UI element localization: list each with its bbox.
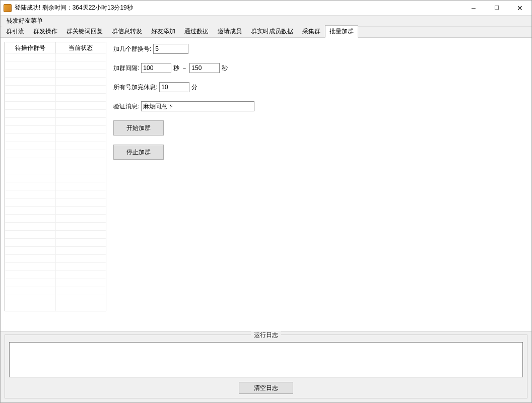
- window-title: 登陆成功! 剩余时间：364天22小时13分19秒: [15, 4, 462, 12]
- table-row: [5, 150, 106, 158]
- tabs-bar: 群引流 群发操作 群关键词回复 群信息转发 好友添加 通过数据 邀请成员 群实时…: [1, 27, 531, 38]
- table-row: [5, 61, 106, 70]
- start-button[interactable]: 开始加群: [113, 120, 164, 136]
- table-row: [5, 142, 106, 150]
- log-section: 运行日志 清空日志: [1, 331, 531, 402]
- label-rest: 所有号加完休息:: [113, 83, 157, 92]
- input-rest[interactable]: [159, 82, 189, 92]
- maximize-button[interactable]: ☐: [485, 1, 508, 15]
- label-interval: 加群间隔:: [113, 64, 139, 73]
- table-row: [5, 223, 106, 231]
- table-row: [5, 53, 106, 61]
- log-legend: 运行日志: [251, 331, 281, 340]
- table-row: [5, 279, 106, 287]
- table-row: [5, 110, 106, 118]
- label-dash: －: [181, 64, 187, 73]
- row-interval: 加群间隔: 秒 － 秒: [113, 63, 527, 73]
- table-row: [5, 102, 106, 110]
- input-verify-msg[interactable]: [141, 101, 254, 111]
- main-panel: 待操作群号 当前状态: [1, 38, 531, 331]
- tab-caijiqun[interactable]: 采集群: [298, 25, 325, 37]
- settings-form: 加几个群换号: 加群间隔: 秒 － 秒 所有号加完休息: 分 验证消息:: [113, 42, 527, 327]
- tab-qunguanjianci[interactable]: 群关键词回复: [62, 25, 107, 37]
- input-switch-count[interactable]: [153, 44, 188, 54]
- window-controls: ─ ☐ ✕: [462, 1, 531, 15]
- tab-qunfacaozuo[interactable]: 群发操作: [29, 25, 62, 37]
- label-verify: 验证消息:: [113, 102, 139, 111]
- tab-tongguoshuju[interactable]: 通过数据: [180, 25, 213, 37]
- table-row: [5, 134, 106, 142]
- tab-qunxinxi[interactable]: 群信息转发: [107, 25, 147, 37]
- table-row: [5, 182, 106, 190]
- label-min: 分: [191, 83, 197, 92]
- table-row: [5, 271, 106, 279]
- row-rest: 所有号加完休息: 分: [113, 82, 527, 92]
- log-group: 运行日志 清空日志: [5, 334, 527, 398]
- table-row: [5, 86, 106, 94]
- tab-yaoqingchengyuan[interactable]: 邀请成员: [213, 25, 246, 37]
- clear-log-button[interactable]: 清空日志: [239, 382, 293, 394]
- table-row: [5, 303, 106, 311]
- table-row: [5, 215, 106, 223]
- close-button[interactable]: ✕: [508, 1, 531, 15]
- pending-groups-table: 待操作群号 当前状态: [5, 42, 106, 311]
- minimize-button[interactable]: ─: [462, 1, 485, 15]
- table-body: [5, 53, 106, 311]
- app-window: 登陆成功! 剩余时间：364天22小时13分19秒 ─ ☐ ✕ 转发好友菜单 群…: [0, 0, 532, 403]
- row-switch-count: 加几个群换号:: [113, 44, 527, 54]
- table-row: [5, 190, 106, 198]
- tab-haoyoutianjia[interactable]: 好友添加: [147, 25, 180, 37]
- col-group-id: 待操作群号: [5, 42, 56, 53]
- table-row: [5, 70, 106, 78]
- menu-forward-friends[interactable]: 转发好友菜单: [4, 16, 46, 26]
- table-row: [5, 231, 106, 239]
- input-interval-min[interactable]: [141, 63, 171, 73]
- col-status: 当前状态: [56, 42, 106, 53]
- tab-qunyiliu[interactable]: 群引流: [2, 25, 29, 37]
- titlebar: 登陆成功! 剩余时间：364天22小时13分19秒 ─ ☐ ✕: [1, 1, 531, 16]
- label-sec-2: 秒: [222, 64, 228, 73]
- app-icon: [4, 4, 12, 12]
- tab-qunshishishuju[interactable]: 群实时成员数据: [246, 25, 298, 37]
- table-row: [5, 78, 106, 86]
- stop-button[interactable]: 停止加群: [113, 145, 164, 160]
- log-textarea[interactable]: [9, 342, 523, 377]
- table-row: [5, 263, 106, 271]
- table-row: [5, 198, 106, 207]
- table-row: [5, 174, 106, 182]
- table-row: [5, 239, 106, 247]
- row-verify: 验证消息:: [113, 101, 527, 111]
- input-interval-max[interactable]: [189, 63, 220, 73]
- tab-piliangjiaqun[interactable]: 批量加群: [325, 25, 358, 38]
- table-row: [5, 255, 106, 263]
- table-row: [5, 126, 106, 134]
- label-switch: 加几个群换号:: [113, 45, 151, 53]
- label-sec-1: 秒: [173, 64, 179, 73]
- table-row: [5, 207, 106, 215]
- table-row: [5, 295, 106, 303]
- table-header: 待操作群号 当前状态: [5, 42, 106, 53]
- table-row: [5, 166, 106, 174]
- table-row: [5, 287, 106, 295]
- table-row: [5, 247, 106, 255]
- table-row: [5, 94, 106, 102]
- table-row: [5, 118, 106, 126]
- table-row: [5, 158, 106, 166]
